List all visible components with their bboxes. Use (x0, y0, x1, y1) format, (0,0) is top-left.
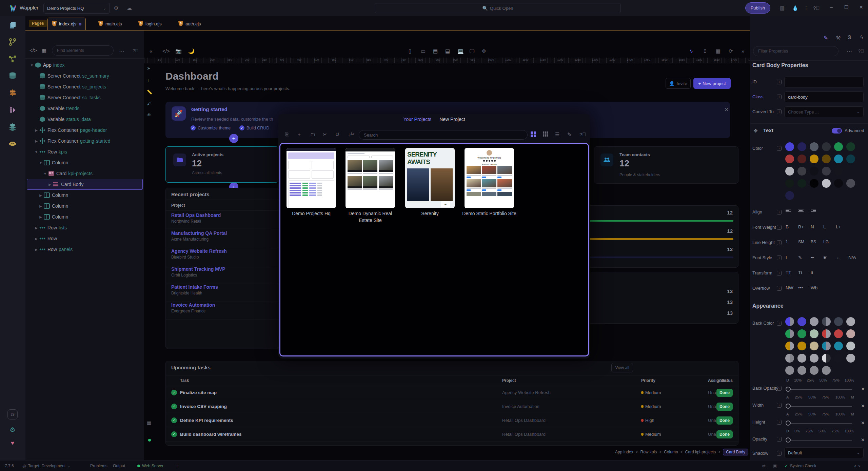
slider-0-track[interactable] (790, 389, 852, 390)
back-color-swatch[interactable] (846, 342, 855, 350)
text-color-swatch[interactable] (810, 155, 818, 163)
robot-icon[interactable] (7, 139, 18, 149)
project-selector[interactable]: Demo Projects HQ⌄ (43, 3, 110, 14)
slider-3-track[interactable] (790, 440, 852, 441)
tab-index.ejs[interactable]: 5index.ejs (47, 18, 86, 30)
css3-icon[interactable]: 𝟑 (848, 35, 851, 41)
chevron-right-icon[interactable]: ▶ (38, 215, 44, 219)
back-color-swatch[interactable] (785, 342, 794, 350)
tree-item-page-header[interactable]: ▶Flex Containerpage-header (27, 125, 143, 136)
back-color-swatch[interactable] (822, 317, 831, 326)
banner-close-icon[interactable]: ✕ (724, 106, 729, 113)
text-color-swatch[interactable] (846, 155, 855, 163)
tree-item-kpi-projects[interactable]: ▼Cardkpi-projects (27, 168, 143, 179)
font-weight-option-B[interactable]: B (786, 224, 789, 229)
signpost-icon[interactable] (7, 88, 18, 98)
tree-item-kpis[interactable]: ▼Rowkpis (27, 146, 143, 157)
chevron-right-icon[interactable]: ▶ (47, 183, 53, 186)
chevron-right-icon[interactable]: ▶ (33, 128, 39, 132)
text-color-swatch[interactable] (797, 167, 806, 176)
pages-badge[interactable]: Pages (29, 20, 47, 27)
class-input[interactable]: card-body (784, 91, 864, 102)
tab-auth.ejs[interactable]: 5auth.ejs (174, 18, 205, 30)
text-color-swatch[interactable] (810, 142, 818, 151)
shadow-select[interactable]: Default⌄ (784, 447, 864, 458)
tree-item-sc_summary[interactable]: Server Connectsc_summary (27, 70, 143, 81)
back-color-swatch[interactable] (846, 354, 855, 363)
collapse-right-icon[interactable]: » (742, 48, 744, 54)
text-color-swatch[interactable] (797, 142, 806, 151)
tab-new-project[interactable]: New Project (439, 117, 465, 122)
slider-3-knob[interactable] (786, 437, 791, 443)
text-color-swatch[interactable] (785, 179, 794, 188)
project-card-portfolio[interactable]: Welcome to my portfolio Portfolio Sectio… (465, 148, 514, 208)
list-view-icon[interactable]: ☰ (555, 131, 559, 138)
nodes-icon[interactable] (7, 54, 18, 64)
back-color-swatch[interactable] (785, 329, 794, 338)
text-color-swatch[interactable] (822, 167, 831, 176)
font-weight-option-L+[interactable]: L+ (836, 224, 841, 229)
blocks-icon[interactable]: ▦ (42, 47, 46, 54)
back-color-swatch[interactable] (785, 317, 794, 326)
font-weight-option-B+[interactable]: B+ (798, 224, 804, 229)
recent-project-row[interactable]: Agency Website RefreshBluebird Studio (171, 248, 274, 266)
back-color-swatch[interactable] (797, 317, 806, 326)
layers-icon[interactable] (7, 122, 18, 132)
droplet-icon[interactable]: 💧 (792, 5, 798, 11)
text-color-swatch[interactable] (797, 179, 806, 188)
output-button[interactable]: Output (113, 460, 125, 471)
chevron-down-icon[interactable]: ▼ (38, 161, 44, 165)
desktop-icon[interactable]: 🖵 (470, 48, 474, 54)
breadcrumb-item[interactable]: App index (615, 450, 633, 454)
align-right-icon[interactable] (811, 208, 816, 213)
toggle-switch[interactable] (832, 128, 842, 134)
tab-main.ejs[interactable]: 5main.ejs (94, 18, 126, 30)
edit-icon[interactable]: ✎ (567, 131, 572, 138)
gear-icon[interactable]: ⚙ (7, 425, 18, 435)
structure-icon[interactable]: ⎘ (285, 131, 289, 138)
minimize-icon[interactable]: – (830, 4, 833, 10)
pages-icon[interactable] (7, 20, 18, 30)
back-color-swatch[interactable] (834, 317, 843, 326)
back-color-swatch[interactable] (834, 354, 843, 363)
grid-large-icon[interactable] (531, 131, 536, 138)
tablet-icon[interactable]: ⬒ (433, 48, 438, 54)
text-color-swatch[interactable] (822, 142, 831, 151)
recent-project-row[interactable]: Shipment Tracking MVPOrbit Logistics (171, 266, 274, 284)
font-style-option-N/A[interactable]: N/A (848, 255, 856, 260)
overflow-option-NW[interactable]: NW (786, 285, 793, 290)
text-color-swatch[interactable] (810, 167, 818, 176)
breadcrumb-item[interactable]: Row kpis (640, 450, 657, 454)
tree-item-sc_projects[interactable]: Server Connectsc_projects (27, 81, 143, 92)
laptop-icon[interactable]: 💻 (457, 48, 464, 54)
back-color-swatch[interactable] (822, 366, 831, 375)
cut-icon[interactable]: ✂ (323, 131, 327, 138)
recent-project-row[interactable]: Invoice AutomationEvergreen Finance (171, 302, 274, 320)
back-color-swatch[interactable] (846, 329, 855, 338)
project-card-dashboard[interactable]: Demo Projects Hq (287, 148, 336, 208)
gear-icon[interactable]: ⚙ (114, 5, 118, 11)
code-view-icon[interactable]: </> (162, 48, 170, 54)
back-color-swatch[interactable] (797, 366, 806, 375)
tab-login.ejs[interactable]: 5login.ejs (134, 18, 166, 30)
history-icon[interactable]: ↺ (335, 131, 340, 138)
bolt-icon[interactable]: ϟ (690, 48, 693, 54)
back-color-swatch[interactable] (834, 342, 843, 350)
view-all-button[interactable]: View all (611, 363, 633, 372)
banner-check-crud[interactable]: ✓ Build CRUD (239, 125, 269, 130)
problems-button[interactable]: Problems (90, 460, 107, 471)
back-color-swatch[interactable] (797, 354, 806, 363)
new-folder-icon[interactable]: 🗀 (310, 131, 315, 137)
filter-properties-input[interactable]: Filter Properties (753, 46, 839, 56)
tree-item-status_data[interactable]: Variablestatus_data (27, 114, 143, 125)
back-color-swatch[interactable] (822, 354, 831, 363)
text-color-swatch[interactable] (797, 155, 806, 163)
font-weight-option-N[interactable]: N (811, 224, 814, 229)
chevron-down-icon[interactable]: ▼ (29, 63, 35, 67)
panel-collapse-icons[interactable]: ∧ ∨ (854, 460, 861, 471)
tab-your-projects[interactable]: Your Projects (403, 117, 431, 122)
help-icon[interactable]: ?⃝ (133, 48, 138, 53)
help-icon[interactable]: ?⃝ (858, 48, 864, 54)
font-weight-option-L[interactable]: L (823, 224, 826, 229)
back-color-swatch[interactable] (785, 354, 794, 363)
